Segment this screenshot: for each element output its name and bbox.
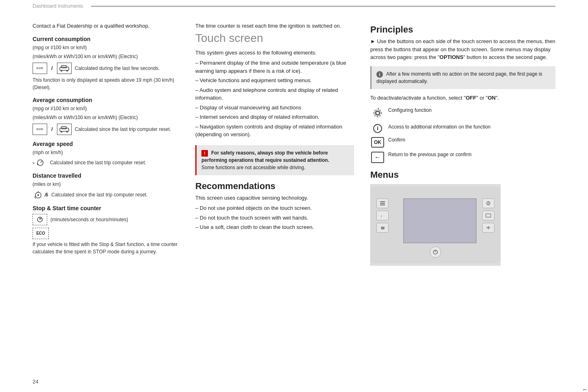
warning-sub: Some functions are not accessible while … bbox=[201, 165, 305, 170]
svg-point-3 bbox=[66, 70, 68, 72]
fuel-gauge-icon: l/100 bbox=[33, 63, 47, 74]
recommendations-item-0: Do not use pointed objects on the touch … bbox=[195, 203, 354, 213]
stop-start-sub1: (minutes/seconds or hours/minutes) bbox=[50, 217, 128, 222]
page-number: 24 bbox=[33, 379, 38, 385]
back-symbol-cell: ← bbox=[371, 150, 387, 165]
svg-rect-21 bbox=[380, 205, 385, 205]
warning-text: For safety reasons, always stop the vehi… bbox=[201, 150, 329, 163]
touch-screen-item-3: Display of visual manoeuvring aid functi… bbox=[195, 103, 354, 113]
left-btn-1 bbox=[376, 198, 389, 208]
car-avg-icon bbox=[57, 124, 72, 135]
ok-button-icon: OK bbox=[371, 137, 384, 148]
svg-rect-26 bbox=[486, 214, 491, 217]
distance-icons: .6 Calculated since the last trip comput… bbox=[33, 190, 183, 199]
back-symbol-label: Return to the previous page or confirm bbox=[388, 150, 555, 165]
current-consumption-sub2: (miles/kWh or kWh/100 km or km/kWh) (Ele… bbox=[33, 53, 183, 60]
recommendations-intro: This screen uses capacitive sensing tech… bbox=[195, 194, 354, 202]
gear-symbol-label: Configuring function bbox=[388, 106, 555, 122]
current-consumption-desc: Calculated during the last few seconds. bbox=[75, 65, 160, 71]
ok-symbol-cell: OK bbox=[371, 135, 387, 149]
left-column: Contact a Fiat Dealership or a qualified… bbox=[33, 20, 195, 384]
average-speed-sub1: (mph or km/h) bbox=[33, 149, 183, 156]
right-btn-2 bbox=[482, 211, 494, 220]
touch-screen-heading: Touch screen bbox=[195, 32, 354, 45]
recommendations-item-1: Do not touch the touch screen with wet h… bbox=[195, 213, 354, 223]
eco-icon: ECO bbox=[33, 228, 49, 239]
svg-rect-20 bbox=[380, 203, 385, 204]
left-btn-2: ♪ bbox=[376, 211, 389, 220]
slash-divider: / bbox=[51, 65, 53, 71]
gear-symbol-cell bbox=[371, 106, 387, 122]
on-bold: ON bbox=[487, 95, 496, 101]
average-consumption-desc: Calculated since the last trip computer … bbox=[75, 126, 171, 132]
touch-screen-item-2: Audio system and telephone controls and … bbox=[195, 85, 354, 103]
current-consumption-sub1: (mpg or l/100 km or km/l) bbox=[33, 44, 183, 51]
touch-screen-item-4: Internet services and display of related… bbox=[195, 112, 354, 122]
touch-screen-item-5: Navigation system controls and display o… bbox=[195, 122, 354, 139]
symbol-row-ok: OK Confirm bbox=[371, 135, 555, 149]
warning-icon: ! bbox=[201, 150, 208, 157]
right-side-buttons bbox=[482, 198, 494, 233]
info-circle-icon: i bbox=[373, 124, 382, 133]
right-btn-3 bbox=[482, 223, 494, 233]
stop-start-icon bbox=[33, 214, 47, 225]
average-speed-icons: - Calculated since the last trip compute… bbox=[33, 159, 183, 167]
principles-heading: Principles bbox=[370, 24, 555, 35]
distance-sub1: (miles or km) bbox=[33, 181, 183, 188]
menus-heading: Menus bbox=[370, 170, 555, 180]
touch-screen-list: Permanent display of the time and outsid… bbox=[195, 58, 354, 139]
current-consumption-note: This function is only displayed at speed… bbox=[33, 76, 183, 91]
distance-dot-icon: .6 bbox=[44, 192, 48, 198]
svg-line-9 bbox=[40, 161, 42, 163]
back-arrow-icon: ← bbox=[371, 152, 384, 163]
average-consumption-icons: l/100 / Calculated since the last trip c… bbox=[33, 124, 183, 135]
main-content: Contact a Fiat Dealership or a qualified… bbox=[0, 12, 588, 392]
stop-start-desc: If your vehicle is fitted with the Stop … bbox=[33, 241, 183, 255]
left-btn-3: ☎ bbox=[376, 223, 389, 233]
principles-text: ► Use the buttons on each side of the to… bbox=[370, 37, 555, 61]
options-bold: OPTIONS bbox=[439, 54, 463, 60]
screen-display bbox=[403, 198, 477, 243]
car-icon bbox=[57, 63, 72, 74]
stop-start-icons: (minutes/seconds or hours/minutes) bbox=[33, 214, 183, 225]
touch-screen-intro: This system gives access to the followin… bbox=[195, 49, 354, 57]
slash-divider2: / bbox=[51, 126, 53, 132]
header: Dashboard instruments bbox=[0, 0, 588, 12]
dash-icon: - bbox=[33, 159, 35, 166]
right-btn-1 bbox=[482, 198, 494, 208]
touch-screen-item-1: Vehicle functions and equipment setting … bbox=[195, 76, 354, 85]
principles-body: Use the buttons on each side of the touc… bbox=[370, 38, 555, 60]
middle-column: The time counter is reset each time the … bbox=[195, 20, 366, 384]
average-consumption-heading: Average consumption bbox=[33, 97, 183, 103]
distance-travelled-heading: Distance travelled bbox=[33, 172, 183, 179]
bottom-power-button bbox=[430, 246, 441, 258]
symbol-row-gear: Configuring function bbox=[371, 106, 555, 122]
page: Dashboard instruments Contact a Fiat Dea… bbox=[0, 0, 588, 392]
svg-point-16 bbox=[376, 111, 379, 115]
header-title: Dashboard instruments bbox=[33, 3, 83, 9]
symbol-row-back: ← Return to the previous page or confirm bbox=[371, 150, 555, 165]
recommendations-item-2: Use a soft, clean cloth to clean the tou… bbox=[195, 222, 354, 232]
symbol-row-info: i Access to additional information on th… bbox=[371, 122, 555, 135]
svg-rect-1 bbox=[61, 65, 66, 68]
svg-point-7 bbox=[66, 131, 68, 133]
principles-arrow: ► bbox=[370, 38, 377, 44]
svg-point-2 bbox=[61, 70, 62, 72]
svg-point-11 bbox=[37, 194, 39, 196]
deactivate-text: To deactivate/activate a function, selec… bbox=[370, 94, 555, 102]
info-box-icon: i bbox=[376, 71, 383, 78]
svg-text:☎: ☎ bbox=[380, 226, 385, 230]
svg-rect-5 bbox=[61, 126, 66, 129]
warning-box: ! For safety reasons, always stop the ve… bbox=[195, 145, 354, 175]
menus-illustration: ♪ ☎ bbox=[370, 184, 501, 266]
off-bold: OFF bbox=[466, 95, 476, 101]
symbols-table: Configuring function i Access to additio… bbox=[370, 105, 555, 166]
back-arrow-symbol: ← bbox=[374, 154, 381, 161]
average-consumption-sub1: (mpg or l/100 km or km/l) bbox=[33, 105, 183, 112]
info-box-text: After a few moments with no action on th… bbox=[376, 71, 542, 84]
average-consumption-sub2: (miles/kWh or kWh/100 km or km/kWh) (Ele… bbox=[33, 114, 183, 121]
info-symbol-label: Access to additional information on the … bbox=[388, 122, 555, 135]
stop-start-continued: The time counter is reset each time the … bbox=[195, 22, 354, 30]
current-consumption-icons: l/100 / Calculated during the last few s… bbox=[33, 63, 183, 74]
fuel-gauge-avg-icon: l/100 bbox=[33, 124, 47, 135]
